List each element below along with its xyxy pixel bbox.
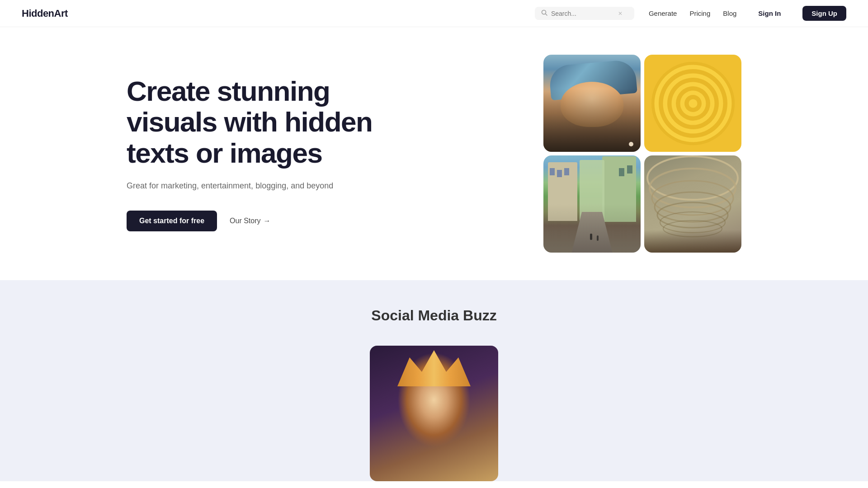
svg-point-12 bbox=[689, 99, 697, 108]
nav-links: Generate Pricing Blog bbox=[649, 9, 736, 17]
nav-link-pricing[interactable]: Pricing bbox=[689, 9, 710, 17]
search-input[interactable] bbox=[551, 10, 614, 17]
navbar: HiddenArt ✕ Generate Pricing Blog Sign I… bbox=[0, 0, 868, 27]
hero-title: Create stunning visuals with hidden text… bbox=[127, 76, 380, 169]
social-card-face bbox=[370, 346, 498, 481]
hero-image-grid bbox=[543, 55, 741, 253]
hero-section: Create stunning visuals with hidden text… bbox=[0, 27, 868, 280]
svg-point-13 bbox=[647, 156, 738, 200]
our-story-label: Our Story bbox=[230, 217, 260, 225]
our-story-button[interactable]: Our Story → bbox=[230, 217, 270, 225]
search-icon bbox=[541, 9, 547, 17]
get-started-button[interactable]: Get started for free bbox=[127, 211, 217, 231]
hero-actions: Get started for free Our Story → bbox=[127, 211, 380, 231]
svg-line-1 bbox=[545, 14, 547, 16]
svg-point-15 bbox=[652, 181, 733, 215]
nav-link-generate[interactable]: Generate bbox=[649, 9, 677, 17]
nav-link-blog[interactable]: Blog bbox=[723, 9, 736, 17]
social-section: Social Media Buzz bbox=[0, 280, 868, 481]
hero-text: Create stunning visuals with hidden text… bbox=[127, 76, 380, 231]
arrow-icon: → bbox=[264, 217, 271, 225]
logo[interactable]: HiddenArt bbox=[22, 8, 68, 19]
social-section-title: Social Media Buzz bbox=[22, 307, 846, 324]
search-bar[interactable]: ✕ bbox=[535, 7, 634, 20]
svg-point-14 bbox=[650, 169, 736, 207]
search-clear-icon[interactable]: ✕ bbox=[618, 10, 623, 17]
image-cell-circles bbox=[644, 55, 741, 152]
social-card-image bbox=[370, 346, 498, 481]
image-cell-pearl-earring bbox=[543, 55, 641, 152]
signup-button[interactable]: Sign Up bbox=[802, 6, 846, 21]
image-cell-street bbox=[543, 155, 641, 253]
signin-button[interactable]: Sign In bbox=[751, 6, 788, 21]
hero-subtitle: Great for marketing, entertainment, blog… bbox=[127, 181, 380, 191]
social-card-preview bbox=[22, 346, 846, 481]
nav-right: ✕ Generate Pricing Blog Sign In Sign Up bbox=[535, 6, 846, 21]
image-cell-theater bbox=[644, 155, 741, 253]
